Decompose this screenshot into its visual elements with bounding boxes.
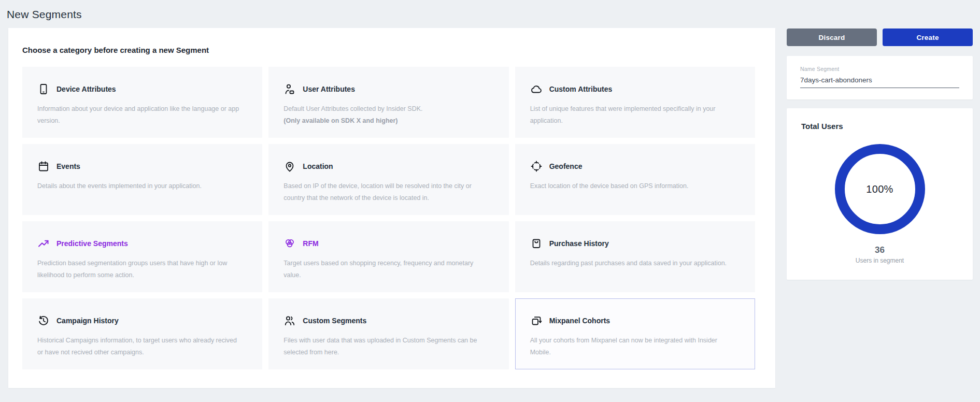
name-segment-label: Name Segment <box>800 66 959 72</box>
venn-diagram-icon <box>283 237 296 250</box>
trending-up-icon <box>37 237 50 250</box>
category-description: Prediction based segmentation groups use… <box>37 257 242 281</box>
category-description: Based on IP of the device, location will… <box>283 180 488 204</box>
category-label: Purchase History <box>549 239 609 248</box>
category-label: User Attributes <box>303 85 355 93</box>
name-segment-card: Name Segment <box>787 56 973 99</box>
device-icon <box>37 83 50 95</box>
category-card-events[interactable]: Events Details about the events implemen… <box>22 144 262 215</box>
category-card-rfm[interactable]: RFM Target users based on shopping recen… <box>268 221 508 292</box>
category-label: Device Attributes <box>56 85 116 93</box>
category-card-device-attributes[interactable]: Device Attributes Information about your… <box>22 67 262 138</box>
total-users-title: Total Users <box>801 122 958 131</box>
category-label: Predictive Segments <box>56 239 128 248</box>
category-card-location[interactable]: Location Based on IP of the device, loca… <box>268 144 508 215</box>
cohort-sync-icon <box>530 314 543 327</box>
donut-percent-label: 100% <box>866 183 893 195</box>
page-title: New Segments <box>7 8 82 21</box>
category-description: Details regarding past purchases and dat… <box>530 257 735 269</box>
category-card-campaign-history[interactable]: Campaign History Historical Campaigns in… <box>22 298 262 369</box>
action-buttons: Discard Create <box>787 28 973 46</box>
cloud-icon <box>530 83 543 95</box>
category-label: Custom Attributes <box>549 85 613 93</box>
users-donut-chart: 100% <box>835 144 925 234</box>
users-caption: Users in segment <box>801 257 958 264</box>
category-card-custom-attributes[interactable]: Custom Attributes List of unique feature… <box>515 67 755 138</box>
history-clock-icon <box>37 314 50 327</box>
users-icon <box>283 314 296 327</box>
category-description: Default User Attributes collected by Ins… <box>283 103 488 126</box>
calendar-icon <box>37 160 50 173</box>
segment-sidebar: Discard Create Name Segment Total Users … <box>787 28 973 280</box>
category-description: Details about the events implemented in … <box>37 180 242 192</box>
category-card-purchase-history[interactable]: Purchase History Details regarding past … <box>515 221 755 292</box>
crosshair-icon <box>530 160 543 173</box>
category-card-predictive-segments[interactable]: Predictive Segments Prediction based seg… <box>22 221 262 292</box>
category-label: Location <box>303 162 333 170</box>
total-users-card: Total Users 100% 36 Users in segment <box>787 108 973 280</box>
category-label: Campaign History <box>56 317 119 325</box>
category-card-mixpanel-cohorts[interactable]: Mixpanel Cohorts All your cohorts from M… <box>515 298 755 369</box>
users-count: 36 <box>801 245 958 255</box>
shopping-bag-icon <box>530 237 543 250</box>
category-card-custom-segments[interactable]: Custom Segments Files with user data tha… <box>268 298 508 369</box>
user-badge-icon <box>283 83 296 95</box>
category-label: Mixpanel Cohorts <box>549 317 610 325</box>
category-label: RFM <box>303 239 318 248</box>
create-button[interactable]: Create <box>883 28 973 46</box>
category-description: Files with user data that was uploaded i… <box>283 335 488 358</box>
discard-button[interactable]: Discard <box>787 28 877 46</box>
map-pin-icon <box>283 160 296 173</box>
category-description: Target users based on shopping recency, … <box>283 257 488 281</box>
category-description: List of unique features that were implem… <box>530 103 735 126</box>
category-label: Geofence <box>549 162 583 170</box>
category-panel-heading: Choose a category before creating a new … <box>22 46 775 54</box>
category-description: Information about your device and applic… <box>37 103 242 126</box>
category-panel: Choose a category before creating a new … <box>8 28 775 388</box>
category-grid: Device Attributes Information about your… <box>22 67 755 369</box>
name-segment-input[interactable] <box>800 75 959 88</box>
category-label: Events <box>56 162 80 170</box>
category-card-geofence[interactable]: Geofence Exact location of the device ba… <box>515 144 755 215</box>
category-label: Custom Segments <box>303 317 366 325</box>
category-description-note: (Only available on SDK X and higher) <box>283 117 397 124</box>
category-card-user-attributes[interactable]: User Attributes Default User Attributes … <box>268 67 508 138</box>
category-description: All your cohorts from Mixpanel can now b… <box>530 335 735 358</box>
category-description: Exact location of the device based on GP… <box>530 180 735 192</box>
category-description: Historical Campaigns information, to tar… <box>37 335 242 358</box>
